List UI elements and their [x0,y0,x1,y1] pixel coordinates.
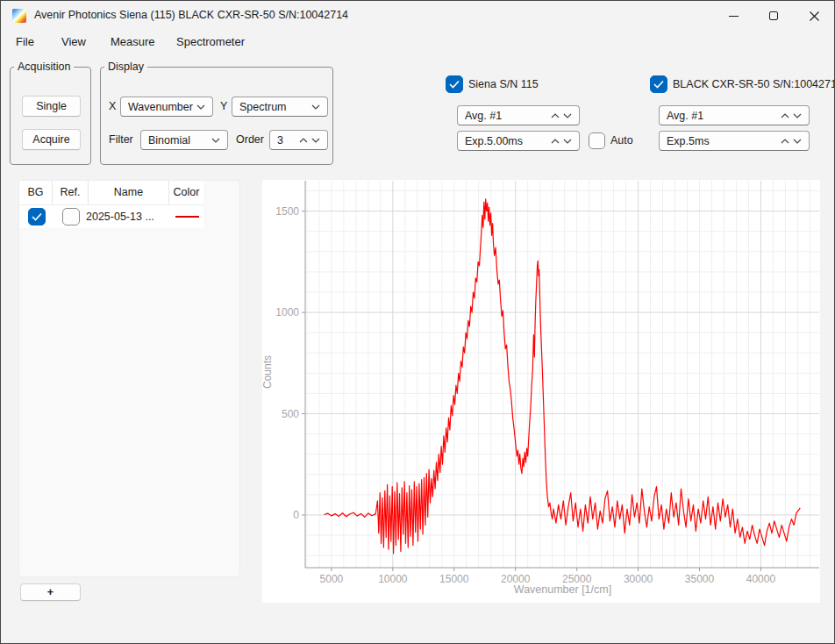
filter-combo[interactable]: Binomial [140,130,228,150]
chevron-up-icon[interactable] [781,139,789,144]
display-legend: Display [104,61,147,73]
auto-exposure-checkbox[interactable] [589,132,605,149]
chevron-down-icon[interactable] [793,113,802,118]
spectrum-trace [325,199,801,554]
siena-device-checkbox[interactable] [446,75,463,93]
check-icon [653,80,664,89]
y-axis-title: Counts [261,346,274,398]
chevron-down-icon [196,104,205,110]
column-header-bg[interactable]: BG [19,181,53,204]
spectra-table: BG Ref. Name Color 2025-05-13 ... [19,181,203,228]
x-axis-label: X [109,100,116,112]
minimize-icon [729,16,739,17]
close-icon [810,11,819,21]
black-device-checkbox[interactable] [650,75,667,93]
siena-exposure-spinner[interactable]: Exp.5.00ms [457,131,580,151]
table-row[interactable]: 2025-05-13 ... [19,205,203,228]
maximize-icon [769,11,778,20]
close-button[interactable] [794,1,834,31]
column-header-name[interactable]: Name [89,181,169,204]
black-avg-spinner[interactable]: Avg. #1 [659,105,810,125]
chevron-down-icon[interactable] [311,138,320,143]
spectrum-color-swatch[interactable] [175,216,199,218]
spectrum-plot[interactable]: 5000100001500020000250003000035000400000… [262,180,820,603]
add-spectrum-button[interactable]: + [20,583,81,601]
chevron-up-icon[interactable] [299,138,308,143]
chevron-down-icon [211,138,220,143]
chart-panel: 5000100001500020000250003000035000400000… [262,180,820,603]
y-tick-label: 0 [293,509,299,521]
black-device-label: BLACK CXR-SR-50 S/N:10042714 [673,78,835,90]
table-header: BG Ref. Name Color [19,181,203,205]
title-bar: Avenir Photonics Siena (115) BLACK CXR-S… [1,1,834,31]
check-icon [32,212,42,221]
auto-exposure-label: Auto [610,134,633,147]
chevron-up-icon[interactable] [551,139,560,144]
x-axis-combo[interactable]: Wavenumber [120,97,213,117]
acquire-button[interactable]: Acquire [22,129,81,150]
column-header-ref[interactable]: Ref. [53,181,89,204]
app-window: { "window": { "title": "Avenir Photonics… [0,0,835,644]
black-exposure-spinner[interactable]: Exp.5ms [659,131,810,151]
spectra-list-panel: BG Ref. Name Color 2025-05-13 ... [18,180,240,577]
chevron-down-icon[interactable] [563,139,572,144]
spectrum-name: 2025-05-13 ... [86,211,154,223]
order-label: Order [236,133,264,146]
y-tick-label: 500 [282,408,299,420]
menu-bar: File View Measure Spectrometer [1,31,834,55]
y-axis-combo[interactable]: Spectrum [232,97,328,117]
check-icon [449,80,460,89]
chevron-up-icon[interactable] [551,113,560,118]
siena-avg-spinner[interactable]: Avg. #1 [457,105,580,125]
bg-checkbox[interactable] [28,208,46,225]
y-axis-label: Y [220,100,227,112]
filter-label: Filter [109,133,133,146]
single-button[interactable]: Single [22,96,81,117]
display-groupbox: Display X Wavenumber Y Spectrum Filter B… [100,67,333,165]
chevron-up-icon[interactable] [781,113,789,118]
chevron-down-icon[interactable] [793,139,802,144]
menu-spectrometer[interactable]: Spectrometer [176,35,245,48]
menu-view[interactable]: View [61,35,86,48]
x-axis-title: Wavenumber [1/cm] [305,583,820,596]
menu-measure[interactable]: Measure [111,35,155,48]
chevron-down-icon[interactable] [563,113,572,118]
acquisition-groupbox: Acquisition Single Acquire [10,67,91,165]
y-tick-label: 1500 [275,205,299,218]
order-spinner[interactable]: 3 [269,130,328,150]
column-header-color[interactable]: Color [169,181,203,204]
menu-file[interactable]: File [16,35,34,48]
chevron-down-icon [311,104,320,110]
siena-device-label: Siena S/N 115 [468,78,539,90]
y-tick-label: 1000 [275,306,299,318]
minimize-button[interactable] [713,1,753,31]
window-title: Avenir Photonics Siena (115) BLACK CXR-S… [34,9,348,21]
maximize-button[interactable] [753,1,794,31]
app-icon [12,9,26,23]
acquisition-legend: Acquisition [14,61,74,73]
ref-checkbox[interactable] [62,208,80,225]
